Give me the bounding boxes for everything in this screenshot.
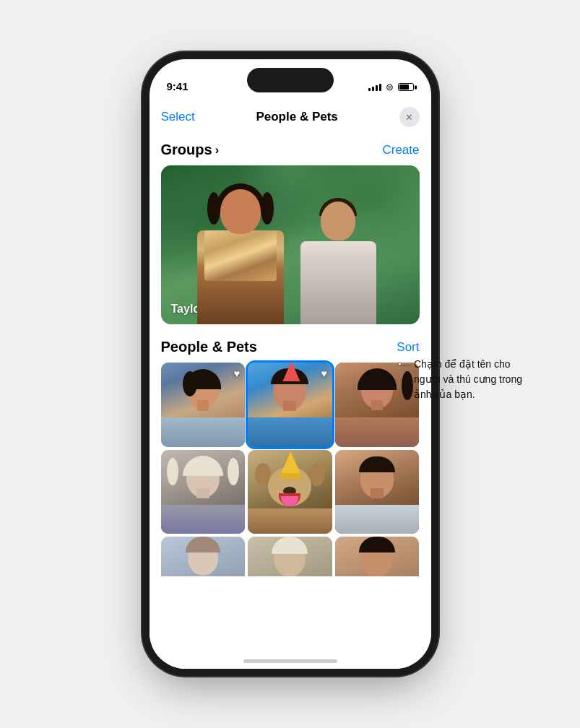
page-title: People & Pets (256, 110, 337, 124)
annotation: Chạm để đặt tên cho người và thú cưng tr… (414, 357, 537, 402)
person-card-solana[interactable]: ♥ Solana (161, 363, 246, 447)
person-photo-bottom-1 (161, 537, 246, 576)
groups-title[interactable]: Groups › (161, 142, 219, 158)
heart-icon-solana: ♥ (234, 368, 240, 379)
hero-person-2 (300, 198, 376, 324)
person-photo-bottom-3 (335, 537, 420, 576)
close-button[interactable]: ✕ (399, 107, 420, 127)
groups-section-header: Groups › Create (161, 142, 420, 158)
create-button[interactable]: Create (382, 143, 419, 157)
people-grid-row3-partial (161, 537, 420, 576)
group-hero-image[interactable]: Taylor and Litzi (161, 165, 420, 324)
person-card-bottom-2[interactable] (248, 537, 332, 576)
person-photo-erica (161, 450, 246, 534)
person-photo-em (248, 363, 332, 447)
content-scroll[interactable]: Groups › Create (150, 133, 431, 663)
person-card-bottom-3[interactable] (335, 537, 420, 576)
dynamic-island (247, 68, 334, 92)
battery-icon (398, 83, 414, 91)
status-icons: ⊜ (368, 82, 414, 92)
person-card-drea[interactable]: Drea (335, 363, 420, 447)
people-grid-row2: Erica (161, 450, 420, 534)
people-grid-row1: ♥ Solana (161, 363, 420, 447)
close-icon: ✕ (405, 112, 413, 123)
person-card-bottom-1[interactable] (161, 537, 246, 576)
status-time: 9:41 (167, 80, 189, 92)
person-photo-toby (248, 450, 332, 534)
person-card-edward[interactable]: Edward (335, 450, 420, 534)
nav-bar: Select People & Pets ✕ (150, 98, 431, 133)
heart-icon-em: ♥ (321, 368, 327, 379)
hero-person-1 (197, 183, 284, 324)
screen: Select People & Pets ✕ Groups › Create (150, 98, 431, 669)
phone-frame: 9:41 ⊜ Select People & Pets (150, 59, 431, 669)
person-photo-bottom-2 (248, 537, 332, 576)
sort-button[interactable]: Sort (397, 340, 419, 355)
people-title: People & Pets (161, 339, 257, 355)
person-card-erica[interactable]: Erica (161, 450, 246, 534)
select-button[interactable]: Select (161, 110, 195, 124)
signal-icon (368, 84, 381, 91)
people-section-header: People & Pets Sort (161, 339, 420, 355)
annotation-text: Chạm để đặt tên cho người và thú cưng tr… (414, 357, 537, 402)
person-card-em[interactable]: ♥ Em (248, 363, 332, 447)
person-card-toby[interactable]: Toby (248, 450, 332, 534)
person-photo-drea (335, 363, 420, 447)
person-photo-solana (161, 363, 246, 447)
home-indicator (243, 659, 337, 663)
person-photo-edward (335, 450, 420, 534)
wifi-icon: ⊜ (386, 82, 394, 92)
chevron-right-icon: › (215, 144, 219, 157)
